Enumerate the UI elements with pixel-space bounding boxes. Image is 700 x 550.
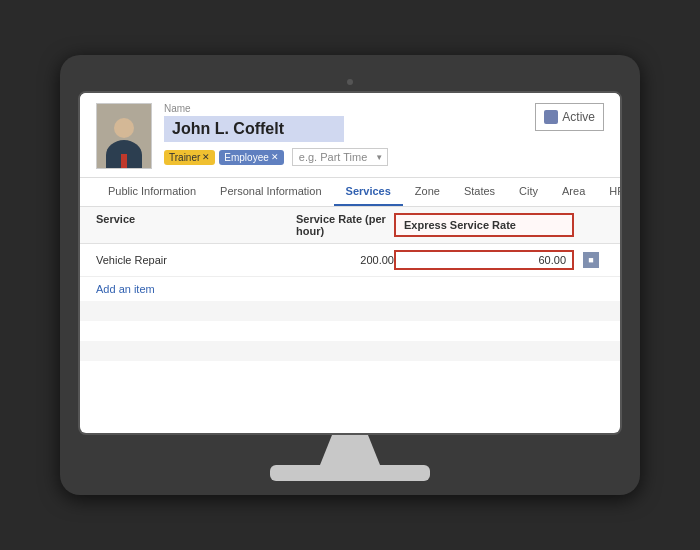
table-header: Service Service Rate (per hour) Express … (80, 207, 620, 244)
tab-states[interactable]: States (452, 178, 507, 206)
tab-personal-information[interactable]: Personal Information (208, 178, 334, 206)
avatar-head (114, 118, 134, 138)
profile-info: Name John L. Coffelt Trainer ✕ Employee … (164, 103, 535, 166)
add-item-link[interactable]: Add an item (80, 277, 620, 301)
delete-row-button[interactable]: ■ (583, 252, 599, 268)
col-rate-header: Service Rate (per hour) (296, 213, 394, 237)
part-time-dropdown[interactable]: e.g. Part Time (292, 148, 388, 166)
col-express-header: Express Service Rate (404, 219, 516, 231)
tab-services[interactable]: Services (334, 178, 403, 206)
col-express-header-box: Express Service Rate (394, 213, 574, 237)
rate-cell: 200.00 (296, 254, 394, 266)
trainer-tag[interactable]: Trainer ✕ (164, 150, 215, 165)
status-icon (544, 110, 558, 124)
stand-neck (320, 435, 380, 465)
monitor-bottom (78, 435, 622, 495)
tab-public-information[interactable]: Public Information (96, 178, 208, 206)
tab-hr-settings[interactable]: HR Settings (597, 178, 622, 206)
employee-tag-remove[interactable]: ✕ (271, 152, 279, 162)
tab-city[interactable]: City (507, 178, 550, 206)
tabs-nav: Public Information Personal Information … (80, 178, 620, 207)
app-content: Name John L. Coffelt Trainer ✕ Employee … (80, 93, 620, 433)
col-service-header: Service (96, 213, 296, 237)
trainer-tag-remove[interactable]: ✕ (202, 152, 210, 162)
tab-area[interactable]: Area (550, 178, 597, 206)
status-label: Active (562, 110, 595, 124)
tab-zone[interactable]: Zone (403, 178, 452, 206)
status-badge: Active (535, 103, 604, 131)
avatar-tie (121, 154, 127, 168)
camera-dot (347, 79, 353, 85)
table-area: Service Service Rate (per hour) Express … (80, 207, 620, 381)
service-cell: Vehicle Repair (96, 254, 296, 266)
profile-header: Name John L. Coffelt Trainer ✕ Employee … (80, 93, 620, 178)
express-rate-cell[interactable]: 60.00 (394, 250, 574, 270)
avatar (96, 103, 152, 169)
monitor: Name John L. Coffelt Trainer ✕ Employee … (60, 55, 640, 495)
employee-tag[interactable]: Employee ✕ (219, 150, 283, 165)
profile-tags: Trainer ✕ Employee ✕ e.g. Part Time (164, 148, 535, 166)
stand-base (270, 465, 430, 481)
name-label: Name (164, 103, 535, 114)
avatar-body (106, 140, 142, 169)
monitor-screen: Name John L. Coffelt Trainer ✕ Employee … (78, 91, 622, 435)
profile-name: John L. Coffelt (164, 116, 344, 142)
table-row: Vehicle Repair 200.00 60.00 ■ (80, 244, 620, 277)
empty-rows (80, 301, 620, 381)
